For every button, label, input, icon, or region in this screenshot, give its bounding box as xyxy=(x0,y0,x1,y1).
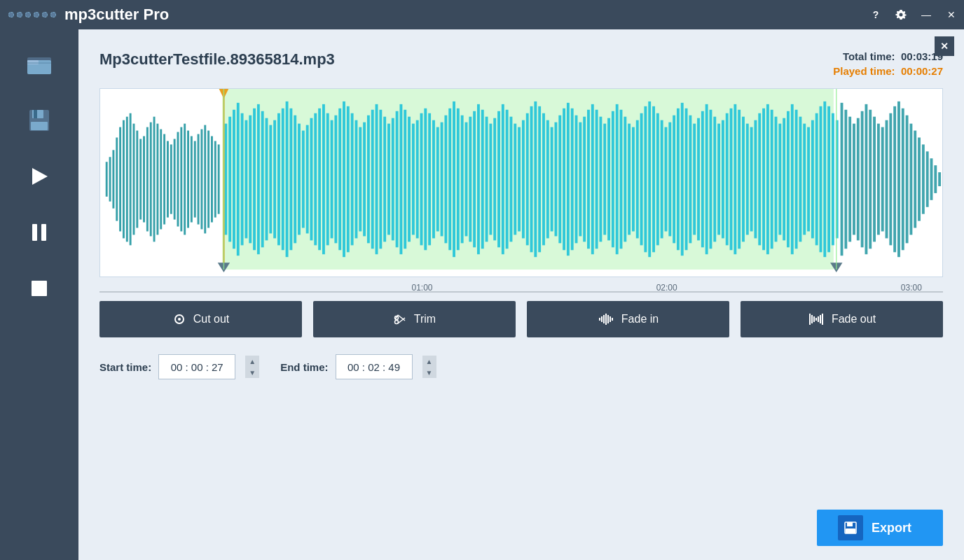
svg-rect-28 xyxy=(163,134,165,225)
svg-rect-231 xyxy=(607,315,609,323)
fade-in-icon xyxy=(598,312,614,326)
svg-rect-41 xyxy=(207,131,209,228)
start-time-field[interactable]: 00 : 00 : 27 xyxy=(158,354,235,379)
svg-rect-63 xyxy=(298,124,301,235)
export-button[interactable]: Export xyxy=(817,510,943,546)
svg-rect-23 xyxy=(146,127,149,232)
svg-rect-134 xyxy=(587,110,590,249)
end-time-down[interactable]: ▼ xyxy=(422,367,436,378)
end-time-label: End time: xyxy=(280,361,328,373)
svg-rect-238 xyxy=(818,316,819,322)
sidebar-item-play[interactable] xyxy=(0,148,78,204)
trim-label: Trim xyxy=(414,313,436,326)
sidebar-item-pause[interactable] xyxy=(0,204,78,260)
end-time-field[interactable]: 00 : 02 : 49 xyxy=(336,354,413,379)
svg-rect-62 xyxy=(294,115,296,244)
cut-out-icon xyxy=(172,312,186,326)
svg-rect-69 xyxy=(322,104,325,254)
svg-rect-185 xyxy=(795,110,798,249)
svg-rect-60 xyxy=(286,102,289,257)
svg-rect-170 xyxy=(734,104,736,254)
file-info: Mp3cutterTestfile.89365814.mp3 Total tim… xyxy=(99,50,943,77)
svg-rect-65 xyxy=(306,125,309,234)
start-time-value: 00 : 00 : 27 xyxy=(171,361,223,373)
svg-rect-183 xyxy=(787,111,790,248)
svg-rect-117 xyxy=(518,127,521,232)
svg-rect-237 xyxy=(815,318,817,321)
svg-rect-85 xyxy=(387,124,390,235)
sidebar-item-open-folder[interactable] xyxy=(0,36,78,92)
svg-rect-145 xyxy=(632,127,635,232)
svg-rect-137 xyxy=(599,117,602,242)
minimize-button[interactable]: — xyxy=(914,0,939,29)
svg-rect-118 xyxy=(522,120,525,239)
svg-rect-169 xyxy=(730,108,733,250)
svg-rect-112 xyxy=(497,111,500,248)
dot-5 xyxy=(42,12,48,18)
svg-rect-140 xyxy=(612,111,614,248)
svg-rect-215 xyxy=(918,137,921,220)
svg-rect-102 xyxy=(457,108,460,250)
svg-rect-91 xyxy=(412,124,415,235)
svg-rect-40 xyxy=(204,125,206,234)
sidebar-item-save[interactable] xyxy=(0,92,78,148)
svg-rect-21 xyxy=(139,139,142,219)
svg-rect-159 xyxy=(689,115,691,244)
svg-rect-131 xyxy=(575,115,578,244)
cut-out-label: Cut out xyxy=(193,313,230,326)
svg-rect-83 xyxy=(379,110,382,249)
svg-rect-55 xyxy=(266,118,268,241)
svg-rect-243 xyxy=(846,528,855,533)
settings-button[interactable] xyxy=(888,0,914,29)
start-time-up[interactable]: ▲ xyxy=(245,356,259,367)
svg-rect-52 xyxy=(253,108,256,250)
svg-rect-148 xyxy=(644,106,647,252)
svg-rect-158 xyxy=(685,108,688,250)
cut-out-button[interactable]: Cut out xyxy=(99,301,302,337)
svg-rect-108 xyxy=(481,110,484,249)
svg-rect-88 xyxy=(399,104,402,254)
gear-icon xyxy=(895,9,907,20)
svg-rect-229 xyxy=(603,315,605,323)
svg-rect-136 xyxy=(595,110,598,249)
fade-out-button[interactable]: Fade out xyxy=(741,301,943,337)
svg-rect-97 xyxy=(436,127,439,232)
svg-rect-64 xyxy=(302,131,305,228)
end-time-up[interactable]: ▲ xyxy=(422,356,436,367)
help-button[interactable]: ? xyxy=(863,0,888,29)
svg-rect-93 xyxy=(420,113,423,246)
svg-rect-32 xyxy=(177,132,179,227)
window-close-button[interactable]: ✕ xyxy=(939,0,964,29)
app-title: mp3cutter Pro xyxy=(64,6,169,24)
svg-rect-84 xyxy=(383,117,386,242)
content-close-button[interactable]: ✕ xyxy=(935,36,954,56)
svg-rect-73 xyxy=(338,108,341,250)
svg-rect-53 xyxy=(257,104,260,254)
svg-rect-45 xyxy=(224,124,227,235)
svg-rect-218 xyxy=(930,158,933,200)
stop-icon xyxy=(25,274,53,302)
svg-rect-122 xyxy=(538,106,541,252)
waveform-container[interactable] xyxy=(99,88,943,277)
svg-rect-150 xyxy=(652,106,655,252)
svg-rect-164 xyxy=(710,110,712,249)
svg-rect-43 xyxy=(214,141,216,217)
trim-button[interactable]: Trim xyxy=(313,301,516,337)
svg-rect-42 xyxy=(211,136,213,222)
svg-rect-76 xyxy=(351,113,354,246)
timeline: 01:00 02:00 03:00 xyxy=(99,283,943,301)
svg-rect-110 xyxy=(489,124,492,235)
end-time-spinners: ▲ ▼ xyxy=(422,356,436,378)
pause-icon xyxy=(25,218,53,246)
svg-rect-100 xyxy=(448,108,451,250)
fade-in-button[interactable]: Fade in xyxy=(527,301,729,337)
start-time-down[interactable]: ▼ xyxy=(245,367,259,378)
svg-rect-90 xyxy=(408,117,411,242)
svg-rect-206 xyxy=(881,127,884,232)
svg-rect-194 xyxy=(832,113,834,246)
svg-rect-44 xyxy=(218,144,220,214)
svg-rect-61 xyxy=(289,108,292,250)
sidebar-item-stop[interactable] xyxy=(0,260,78,316)
fade-out-icon xyxy=(808,312,825,326)
time-info: Total time: 00:03:19 Played time: 00:00:… xyxy=(833,50,943,77)
